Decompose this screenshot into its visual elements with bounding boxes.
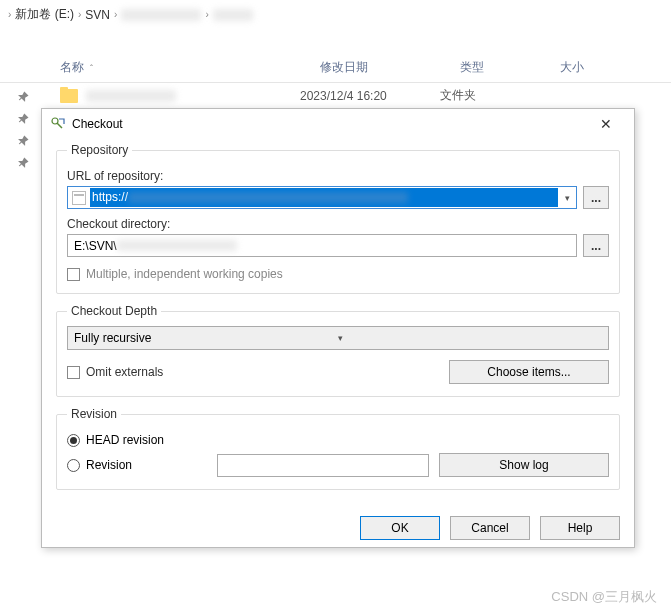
file-row[interactable]: 2023/12/4 16:20 文件夹 [0, 83, 671, 108]
chevron-right-icon: › [8, 9, 11, 20]
pin-icon [16, 134, 30, 148]
omit-externals-checkbox[interactable] [67, 366, 80, 379]
breadcrumb: › 新加卷 (E:) › SVN › › [0, 0, 671, 29]
close-button[interactable]: ✕ [586, 110, 626, 138]
dialog-title: Checkout [72, 117, 586, 131]
cancel-button[interactable]: Cancel [450, 516, 530, 540]
show-log-button[interactable]: Show log [439, 453, 609, 477]
revision-group: Revision HEAD revision Revision Show log [56, 407, 620, 490]
breadcrumb-redacted [213, 9, 253, 21]
revision-row[interactable]: Revision [67, 458, 207, 472]
file-icon [72, 191, 86, 205]
url-combo[interactable]: https:// ▾ [67, 186, 577, 209]
head-label: HEAD revision [86, 433, 164, 447]
breadcrumb-drive[interactable]: 新加卷 (E:) [15, 6, 74, 23]
depth-group: Checkout Depth Fully recursive ▾ Omit ex… [56, 304, 620, 397]
pin-icon [16, 90, 30, 104]
breadcrumb-folder[interactable]: SVN [85, 8, 110, 22]
column-type[interactable]: 类型 [460, 59, 560, 76]
omit-externals-label: Omit externals [86, 365, 163, 379]
column-name[interactable]: 名称ˆ [60, 59, 320, 76]
button-bar: OK Cancel Help [42, 510, 634, 552]
url-value[interactable]: https:// [90, 188, 558, 207]
browse-dir-button[interactable]: ... [583, 234, 609, 257]
file-name-redacted [86, 90, 176, 102]
depth-select[interactable]: Fully recursive ▾ [67, 326, 609, 350]
multi-checkbox-row[interactable]: Multiple, independent working copies [67, 267, 609, 281]
head-radio[interactable] [67, 434, 80, 447]
repository-group: Repository URL of repository: https:// ▾… [56, 143, 620, 294]
revision-radio[interactable] [67, 459, 80, 472]
file-type: 文件夹 [440, 87, 540, 104]
pin-icon [16, 112, 30, 126]
head-revision-row[interactable]: HEAD revision [67, 433, 609, 447]
multi-label: Multiple, independent working copies [86, 267, 283, 281]
checkout-dialog: Checkout ✕ Repository URL of repository:… [41, 108, 635, 548]
column-size[interactable]: 大小 [560, 59, 620, 76]
ok-button[interactable]: OK [360, 516, 440, 540]
revision-label: Revision [86, 458, 132, 472]
watermark: CSDN @三月枫火 [551, 588, 657, 606]
file-date: 2023/12/4 16:20 [300, 89, 440, 103]
column-headers: 名称ˆ 修改日期 类型 大小 [0, 49, 671, 83]
chevron-right-icon: › [114, 9, 117, 20]
folder-icon [60, 89, 78, 103]
omit-externals-row[interactable]: Omit externals [67, 365, 163, 379]
url-label: URL of repository: [67, 169, 609, 183]
choose-items-button[interactable]: Choose items... [449, 360, 609, 384]
quick-access-pins [18, 92, 28, 168]
depth-legend: Checkout Depth [67, 304, 161, 318]
column-date[interactable]: 修改日期 [320, 59, 460, 76]
breadcrumb-redacted [121, 9, 201, 21]
chevron-right-icon: › [205, 9, 208, 20]
checkout-icon [50, 116, 66, 132]
depth-value: Fully recursive [74, 331, 338, 345]
repository-legend: Repository [67, 143, 132, 157]
pin-icon [16, 156, 30, 170]
chevron-right-icon: › [78, 9, 81, 20]
titlebar: Checkout ✕ [42, 109, 634, 139]
help-button[interactable]: Help [540, 516, 620, 540]
chevron-down-icon[interactable]: ▾ [558, 187, 576, 208]
browse-url-button[interactable]: ... [583, 186, 609, 209]
dir-input[interactable]: E:\SVN\ [67, 234, 577, 257]
sort-arrow-icon: ˆ [90, 63, 93, 73]
multi-checkbox[interactable] [67, 268, 80, 281]
dir-label: Checkout directory: [67, 217, 609, 231]
chevron-down-icon: ▾ [338, 333, 602, 343]
revision-input[interactable] [217, 454, 429, 477]
revision-legend: Revision [67, 407, 121, 421]
